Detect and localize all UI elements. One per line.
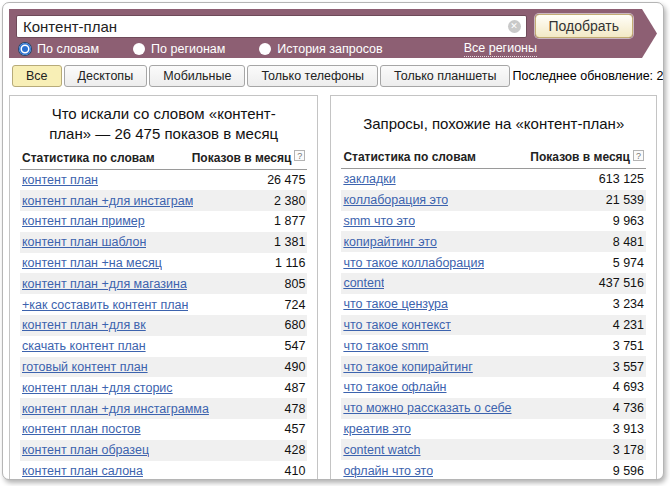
keyword-link[interactable]: офлайн что это [343,464,433,478]
table-row: что такое офлайн4 693 [341,377,646,398]
keyword-link[interactable]: контент план шаблон [22,235,146,249]
table-row: контент план +для сторис487 [20,377,307,398]
panel-title: Что искали со словом «контент-план» — 26… [20,102,307,149]
tab-десктопы[interactable]: Десктопы [64,65,148,87]
tab-все[interactable]: Все [12,65,62,87]
table-row: контент план постов457 [20,419,307,440]
impressions-value: 3 178 [605,443,644,457]
keyword-link[interactable]: что такое копирайтинг [343,360,472,374]
search-modes: По словамПо регионамИстория запросовВсе … [16,41,633,57]
impressions-value: 490 [277,360,306,374]
search-input[interactable] [16,15,527,38]
keyword-link[interactable]: +как составить контент план [22,298,188,312]
radio-icon[interactable] [259,43,271,55]
table-row: копирайтинг это8 481 [341,231,646,252]
impressions-value: 2 380 [266,194,305,208]
table-row: готовый контент план490 [20,357,307,378]
mode-radio-0[interactable]: По словам [19,42,99,56]
impressions-value: 805 [277,277,306,291]
impressions-value: 3 557 [605,360,644,374]
radio-icon[interactable] [133,43,145,55]
tab-только-телефоны[interactable]: Только телефоны [247,65,378,87]
keyword-link[interactable]: контент план +для вк [22,318,146,332]
keyword-link[interactable]: коллаборация это [343,193,448,207]
device-tabs: ВсеДесктопыМобильныеТолько телефоныТольк… [9,65,657,87]
mode-label: По словам [37,42,99,56]
keyword-link[interactable]: контент план постов [22,422,141,436]
table-row: что такое цензура3 234 [341,294,646,315]
radio-icon[interactable] [19,43,31,55]
table-row: креатив это3 913 [341,419,646,440]
keyword-link[interactable]: контент план +для инстаграм [22,194,193,208]
mode-radio-1[interactable]: По регионам [133,42,225,56]
column-keyword-label: Статистика по словам [22,151,155,165]
impressions-value: 4 693 [605,380,644,394]
table-row: контент план +на месяц1 116 [20,253,307,274]
impressions-value: 26 475 [259,173,305,187]
panel-searched-with-word: Что искали со словом «контент-план» — 26… [9,95,318,480]
results-panels: Что искали со словом «контент-план» — 26… [9,95,657,480]
keyword-link[interactable]: что такое smm [343,339,428,353]
keyword-link[interactable]: контент план пример [22,214,145,228]
impressions-value: 9 596 [605,464,644,478]
keyword-link[interactable]: что такое офлайн [343,380,446,394]
impressions-value: 5 974 [605,256,644,270]
impressions-value: 21 539 [598,193,644,207]
keyword-link[interactable]: готовый контент план [22,360,148,374]
table-header: Статистика по словам Показов в месяц ? [20,149,307,170]
table-row: контент план +для магазина805 [20,273,307,294]
impressions-value: 3 913 [605,422,644,436]
keyword-link[interactable]: контент план [22,173,98,187]
table-row: контент план салона410 [20,461,307,480]
keyword-link[interactable]: что такое цензура [343,297,448,311]
help-icon[interactable]: ? [633,150,644,161]
impressions-value: 487 [277,381,306,395]
keyword-link[interactable]: контент план +для инстаграмма [22,402,209,416]
keyword-link[interactable]: креатив это [343,422,411,436]
impressions-value: 4 231 [605,318,644,332]
keyword-link[interactable]: копирайтинг это [343,235,436,249]
search-input-wrap: ✕ [16,15,527,38]
table-header: Статистика по словам Показов в месяц ? [341,148,646,169]
keyword-link[interactable]: контент план +для магазина [22,277,187,291]
tab-только-планшеты[interactable]: Только планшеты [380,65,510,87]
keyword-link[interactable]: контент план салона [22,464,143,478]
impressions-value: 1 381 [266,235,305,249]
table-row: скачать контент план547 [20,336,307,357]
tab-мобильные[interactable]: Мобильные [149,65,245,87]
keyword-link[interactable]: скачать контент план [22,339,146,353]
keyword-link[interactable]: контент план +на месяц [22,256,162,270]
keyword-link[interactable]: content watch [343,443,420,457]
search-row: ✕ Подобрать [16,14,633,38]
clear-input-icon[interactable]: ✕ [508,20,521,33]
keyword-table: контент план26 475контент план +для инст… [20,170,307,481]
keyword-link[interactable]: smm что это [343,214,415,228]
table-row: content watch3 178 [341,439,646,460]
panel-title: Запросы, похожие на «контент-план» [341,102,646,148]
impressions-value: 457 [277,422,306,436]
table-row: контент план +для инстаграм2 380 [20,190,307,211]
last-update-text: Последнее обновление: 26.05.2022 [512,69,664,83]
impressions-value: 9 963 [605,214,644,228]
impressions-value: 680 [277,318,306,332]
column-impressions-label: Показов в месяц [530,150,630,164]
table-row: content437 516 [341,273,646,294]
table-row: что такое копирайтинг3 557 [341,356,646,377]
help-icon[interactable]: ? [294,150,305,161]
submit-button[interactable]: Подобрать [535,14,634,38]
keyword-link[interactable]: закладки [343,172,395,186]
keyword-link[interactable]: что можно рассказать о себе [343,401,511,415]
table-row: контент план шаблон1 381 [20,232,307,253]
search-header-bar: ✕ Подобрать По словамПо регионамИстория … [9,9,657,58]
keyword-link[interactable]: контент план +для сторис [22,381,173,395]
impressions-value: 613 125 [591,172,644,186]
mode-radio-2[interactable]: История запросов [259,42,382,56]
keyword-link[interactable]: что такое коллаборация [343,256,484,270]
table-row: что можно рассказать о себе4 736 [341,398,646,419]
keyword-link[interactable]: что такое контекст [343,318,451,332]
keyword-link[interactable]: content [343,276,384,290]
impressions-value: 1 116 [267,256,305,270]
keyword-link[interactable]: контент план образец [22,443,149,457]
all-regions-link[interactable]: Все регионы [464,41,537,57]
table-row: контент план +для вк680 [20,315,307,336]
